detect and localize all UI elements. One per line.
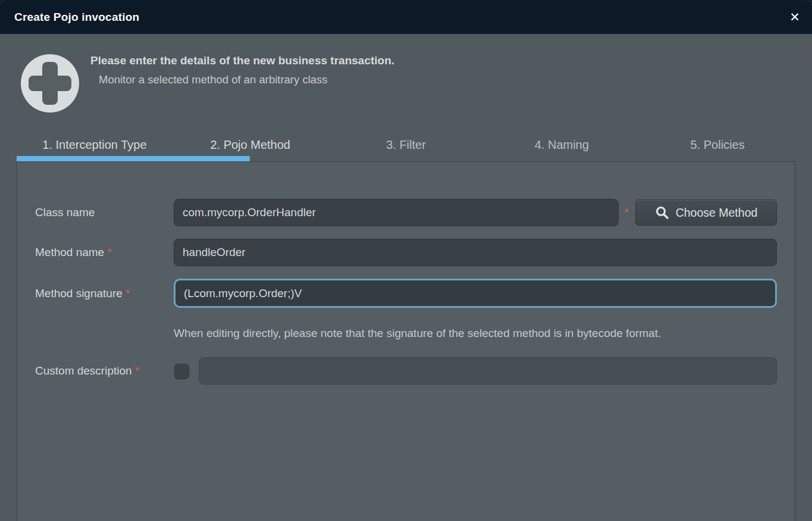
close-icon[interactable]: ✕ — [786, 8, 804, 26]
magnifier-icon — [655, 205, 669, 220]
tab-pojo-method[interactable]: 2. Pojo Method — [173, 136, 328, 156]
tab-filter[interactable]: 3. Filter — [328, 136, 484, 156]
custom-description-required-marker: * — [135, 364, 139, 377]
plus-circle-icon — [21, 54, 79, 113]
custom-description-field-area — [174, 357, 777, 385]
dialog-titlebar: Create Pojo invocation ✕ — [0, 0, 812, 34]
method-signature-field-area — [174, 279, 777, 308]
custom-description-label: Custom description* — [35, 364, 174, 378]
header-subtitle: Monitor a selected method of an arbitrar… — [99, 73, 394, 86]
method-name-required-marker: * — [107, 246, 111, 258]
method-signature-label: Method signature* — [35, 287, 174, 300]
dialog-title: Create Pojo invocation — [14, 11, 139, 24]
dialog-header: Please enter the details of the new busi… — [21, 54, 794, 113]
choose-method-button[interactable]: Choose Method — [635, 199, 777, 226]
custom-description-row: Custom description* — [35, 357, 777, 385]
custom-description-input[interactable] — [199, 357, 777, 385]
custom-description-checkbox[interactable] — [174, 363, 189, 379]
method-signature-input[interactable] — [174, 279, 777, 308]
class-name-required-marker: * — [625, 206, 629, 219]
class-name-field-area: * Choose Method — [174, 199, 777, 226]
create-pojo-invocation-dialog: Create Pojo invocation ✕ Please enter th… — [0, 0, 812, 521]
class-name-row: Class name * Choose Method — [35, 199, 777, 226]
header-title: Please enter the details of the new busi… — [90, 54, 394, 67]
method-name-field-area — [174, 239, 777, 266]
wizard-progress-bar — [17, 156, 250, 161]
wizard-tabs: 1. Interception Type 2. Pojo Method 3. F… — [17, 136, 795, 156]
tab-policies[interactable]: 5. Policies — [639, 136, 795, 156]
choose-method-label: Choose Method — [676, 206, 758, 220]
pojo-method-panel: Class name * Choose Method — [17, 161, 795, 521]
signature-bytecode-note: When editing directly, please note that … — [174, 326, 777, 341]
method-name-label: Method name* — [35, 246, 174, 259]
tab-naming[interactable]: 4. Naming — [484, 136, 639, 156]
method-name-input[interactable] — [174, 239, 777, 266]
class-name-label: Class name — [35, 206, 174, 219]
method-signature-required-marker: * — [126, 287, 130, 300]
method-signature-row: Method signature* — [35, 279, 777, 308]
tab-interception-type[interactable]: 1. Interception Type — [17, 136, 173, 156]
class-name-input[interactable] — [174, 199, 619, 226]
header-text: Please enter the details of the new busi… — [90, 54, 394, 86]
method-name-row: Method name* — [35, 239, 777, 266]
